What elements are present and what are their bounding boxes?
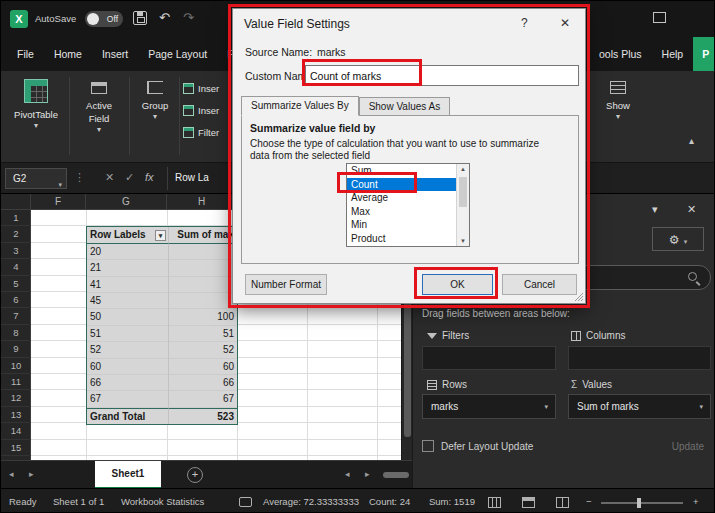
page-layout-view-icon[interactable] bbox=[522, 497, 535, 508]
insert-function-icon[interactable]: fx bbox=[145, 171, 154, 183]
pivot-cell-label[interactable]: 52 bbox=[87, 342, 168, 358]
pivot-cell-value[interactable]: 67 bbox=[168, 391, 237, 407]
hscroll-right-icon[interactable]: ▸ bbox=[365, 469, 370, 479]
row-header-5[interactable]: 5 bbox=[1, 276, 31, 292]
row-header-2[interactable]: 2 bbox=[1, 226, 31, 242]
row-header-3[interactable]: 3 bbox=[1, 243, 31, 259]
row-header-1[interactable]: 1 bbox=[1, 210, 31, 226]
pivot-cell-value[interactable] bbox=[168, 260, 237, 276]
pivot-cell-label[interactable]: 60 bbox=[87, 359, 168, 375]
group-button[interactable]: Group ▾ bbox=[133, 75, 177, 159]
filter-dropdown-icon[interactable]: ▾ bbox=[155, 230, 166, 241]
ribbon-tab-page-layout[interactable]: Page Layout bbox=[138, 37, 217, 71]
scrollbar-thumb[interactable] bbox=[459, 177, 467, 207]
ribbon-tab-green[interactable]: P bbox=[693, 37, 715, 71]
pivot-header-label-cell[interactable]: Row Labels ▾ bbox=[87, 227, 168, 243]
row-header-7[interactable]: 7 bbox=[1, 308, 31, 324]
pivot-cell-value[interactable]: 100 bbox=[168, 309, 237, 325]
custom-name-input[interactable] bbox=[305, 65, 579, 86]
name-box[interactable]: G2 ▾ bbox=[5, 168, 67, 189]
zoom-slider-thumb[interactable] bbox=[637, 498, 641, 508]
formula-cancel-icon[interactable]: ✕ bbox=[105, 171, 114, 184]
undo-icon[interactable]: ↶ bbox=[159, 10, 170, 25]
sheet-nav-left-icon[interactable]: ◂ bbox=[9, 469, 14, 479]
update-button[interactable]: Update bbox=[672, 441, 704, 452]
pivot-cell-value[interactable]: 66 bbox=[168, 375, 237, 391]
page-break-view-icon[interactable] bbox=[556, 497, 569, 508]
row-header-10[interactable]: 10 bbox=[1, 358, 31, 374]
zoom-in-button[interactable]: + bbox=[693, 496, 699, 507]
zoom-slider[interactable] bbox=[601, 502, 683, 504]
rows-field-marks[interactable]: marks ▾ bbox=[422, 394, 556, 419]
ribbon-tab-home[interactable]: Home bbox=[44, 37, 92, 71]
autosave-toggle[interactable]: Off bbox=[85, 11, 123, 27]
zoom-out-button[interactable]: − bbox=[586, 496, 592, 507]
scroll-down-icon[interactable]: ▼ bbox=[460, 238, 466, 244]
active-field-button[interactable]: Active Field ▾ bbox=[73, 75, 125, 159]
pivot-cell-label[interactable]: 41 bbox=[87, 277, 168, 293]
values-field-sum-of-marks[interactable]: Sum of marks ▾ bbox=[568, 394, 711, 419]
row-header-11[interactable]: 11 bbox=[1, 374, 31, 390]
pivot-total-label[interactable]: Grand Total bbox=[87, 408, 168, 424]
tools-gear-button[interactable]: ⚙ ▾ bbox=[652, 227, 704, 251]
summarize-option-max[interactable]: Max bbox=[347, 205, 456, 219]
listbox-scrollbar[interactable]: ▲ ▼ bbox=[456, 164, 469, 246]
formula-enter-icon[interactable]: ✓ bbox=[125, 171, 134, 184]
normal-view-icon[interactable] bbox=[488, 497, 501, 508]
sheet-tab-sheet1[interactable]: Sheet1 bbox=[95, 461, 161, 489]
defer-layout-checkbox[interactable] bbox=[422, 440, 434, 452]
pane-options-chevron-icon[interactable]: ▾ bbox=[652, 203, 658, 216]
new-sheet-button[interactable]: + bbox=[187, 467, 203, 483]
columns-drop-zone[interactable] bbox=[568, 346, 711, 370]
row-header-14[interactable]: 14 bbox=[1, 423, 31, 439]
pane-close-icon[interactable]: ✕ bbox=[687, 203, 696, 216]
pivot-cell-value[interactable]: 60 bbox=[168, 359, 237, 375]
ribbon-tab-ools-plus[interactable]: ools Plus bbox=[589, 37, 652, 71]
pivot-cell-label[interactable]: 67 bbox=[87, 391, 168, 407]
redo-icon[interactable]: ↷ bbox=[183, 10, 194, 25]
summarize-option-sum[interactable]: Sum bbox=[347, 164, 456, 178]
row-header-15[interactable]: 15 bbox=[1, 440, 31, 456]
pivot-cell-value[interactable] bbox=[168, 277, 237, 293]
resize-grip[interactable] bbox=[574, 292, 583, 301]
pivot-cell-value[interactable]: 51 bbox=[168, 326, 237, 342]
sheet-nav-right-icon[interactable]: ▸ bbox=[29, 469, 34, 479]
row-header-13[interactable]: 13 bbox=[1, 407, 31, 423]
ok-button[interactable]: OK bbox=[422, 274, 493, 295]
monitor-icon[interactable] bbox=[239, 497, 252, 507]
workbook-statistics-button[interactable]: Workbook Statistics bbox=[121, 496, 204, 507]
row-header-6[interactable]: 6 bbox=[1, 292, 31, 308]
pivot-cell-value[interactable]: 52 bbox=[168, 342, 237, 358]
save-icon[interactable] bbox=[133, 11, 147, 25]
row-header-9[interactable]: 9 bbox=[1, 341, 31, 357]
summarize-option-average[interactable]: Average bbox=[347, 191, 456, 205]
pivot-cell-label[interactable]: 66 bbox=[87, 375, 168, 391]
ribbon-tab-file[interactable]: File bbox=[7, 37, 44, 71]
pivot-total-value[interactable]: 523 bbox=[168, 408, 237, 424]
ribbon-tab-help[interactable]: Help bbox=[652, 37, 694, 71]
column-header-f[interactable]: F bbox=[31, 194, 86, 210]
show-button[interactable]: Show ▾ bbox=[595, 75, 641, 159]
row-header-4[interactable]: 4 bbox=[1, 259, 31, 275]
pivot-cell-label[interactable]: 50 bbox=[87, 309, 168, 325]
summarize-option-product[interactable]: Product bbox=[347, 232, 456, 246]
select-all-corner[interactable] bbox=[1, 194, 31, 210]
dialog-help-icon[interactable]: ? bbox=[521, 16, 528, 30]
tab-summarize-values-by[interactable]: Summarize Values By bbox=[241, 96, 359, 116]
pivot-cell-label[interactable]: 45 bbox=[87, 293, 168, 309]
pivot-header-value-cell[interactable]: Sum of mak bbox=[168, 227, 237, 243]
ribbon-tab-insert[interactable]: Insert bbox=[92, 37, 138, 71]
horizontal-scrollbar[interactable] bbox=[383, 472, 409, 478]
summarize-option-count[interactable]: Count bbox=[347, 178, 456, 192]
window-restore-icon[interactable] bbox=[653, 12, 666, 23]
number-format-button[interactable]: Number Format bbox=[245, 274, 327, 295]
pivot-cell-value[interactable] bbox=[168, 293, 237, 309]
ribbon-collapse-icon[interactable]: ▴ bbox=[689, 135, 694, 146]
pivottable-button[interactable]: PivotTable ▾ bbox=[7, 75, 65, 159]
column-header-h[interactable]: H bbox=[167, 194, 237, 210]
dialog-close-icon[interactable]: ✕ bbox=[560, 16, 570, 30]
cancel-button[interactable]: Cancel bbox=[502, 274, 577, 295]
filters-drop-zone[interactable] bbox=[422, 346, 556, 370]
pivot-cell-value[interactable] bbox=[168, 244, 237, 260]
column-header-g[interactable]: G bbox=[86, 194, 167, 210]
